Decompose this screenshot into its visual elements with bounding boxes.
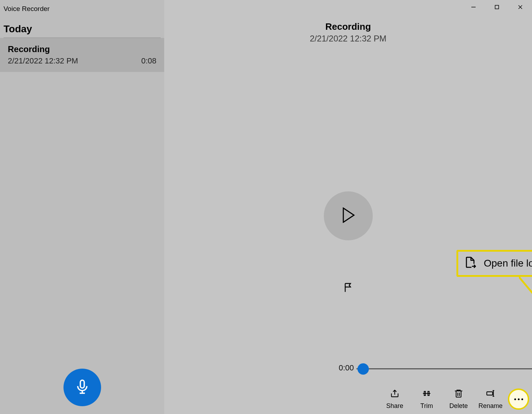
rename-label: Rename (478, 402, 503, 410)
seek-thumb[interactable] (358, 363, 369, 375)
svg-marker-7 (343, 208, 354, 222)
window-controls (462, 0, 532, 16)
recording-item-duration: 0:08 (141, 56, 156, 66)
svg-rect-24 (487, 392, 493, 395)
delete-label: Delete (449, 402, 468, 410)
share-label: Share (386, 402, 403, 410)
svg-rect-21 (456, 391, 461, 397)
maximize-button[interactable] (485, 0, 509, 16)
maximize-icon (494, 4, 500, 11)
file-arrow-icon (464, 256, 476, 271)
seek-track[interactable] (356, 368, 532, 369)
svg-rect-4 (495, 5, 499, 9)
trash-icon (454, 388, 464, 400)
bottom-toolbar: Share Trim Delete Rename (376, 385, 532, 414)
voice-recorder-app: Voice Recorder Today Recording 2/21/2022… (0, 0, 532, 414)
close-icon (517, 4, 523, 11)
callout-label: Open file location (484, 258, 532, 269)
microphone-icon (74, 379, 90, 396)
marker-flag-button[interactable] (342, 282, 355, 295)
rename-button[interactable]: Rename (475, 388, 506, 410)
rename-icon (486, 388, 495, 400)
recording-item-datetime: 2/21/2022 12:32 PM (8, 56, 78, 66)
close-button[interactable] (509, 0, 532, 16)
current-time-label: 0:00 (339, 363, 354, 373)
delete-button[interactable]: Delete (443, 388, 475, 410)
recording-item-title: Recording (8, 44, 156, 54)
svg-rect-0 (80, 380, 84, 388)
minimize-icon (471, 4, 476, 11)
play-button[interactable] (324, 191, 373, 240)
recording-item-meta: 2/21/2022 12:32 PM 0:08 (8, 56, 156, 66)
section-today: Today (0, 16, 164, 38)
callout-open-file-location: Open file location (456, 250, 532, 277)
trim-button[interactable]: Trim (411, 388, 443, 410)
trim-label: Trim (420, 402, 433, 410)
recording-datetime: 2/21/2022 12:32 PM (164, 34, 532, 44)
svg-line-8 (519, 277, 532, 374)
callout-connector-line (519, 277, 532, 383)
share-icon (390, 388, 400, 400)
share-button[interactable]: Share (379, 388, 411, 410)
more-button[interactable] (508, 388, 529, 410)
recording-list-item[interactable]: Recording 2/21/2022 12:32 PM 0:08 (0, 38, 164, 72)
trim-icon (422, 388, 432, 400)
sidebar: Voice Recorder Today Recording 2/21/2022… (0, 0, 164, 414)
main-panel: Recording 2/21/2022 12:32 PM Open file l… (164, 0, 532, 414)
recording-name: Recording (164, 21, 532, 32)
flag-icon (343, 282, 354, 294)
minimize-button[interactable] (462, 0, 485, 16)
ellipsis-icon (514, 398, 523, 400)
app-title: Voice Recorder (0, 0, 164, 16)
play-icon (341, 207, 355, 224)
record-button[interactable] (63, 369, 101, 406)
